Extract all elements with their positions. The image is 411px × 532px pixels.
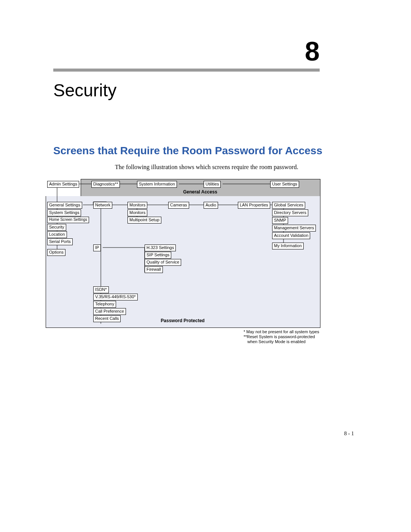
node-h323-settings: H.323 Settings [145, 244, 176, 251]
node-user-settings: User Settings [270, 181, 299, 188]
node-system-settings: System Settings [47, 209, 81, 216]
node-system-information: System Information [137, 181, 177, 188]
node-multipoint-setup: Multipoint Setup [127, 217, 161, 224]
node-network: Network [93, 202, 112, 209]
node-general-settings: General Settings [47, 202, 82, 209]
node-monitors-top: Monitors [127, 202, 147, 209]
node-ip: IP [93, 244, 101, 251]
node-firewall: Firewall [145, 266, 163, 273]
node-security: Security [47, 224, 66, 231]
node-serial-ports: Serial Ports [47, 238, 73, 245]
general-access-label: General Access [81, 189, 320, 195]
chapter-number: 8 [305, 36, 320, 67]
node-quality-of-service: Quality of Service [145, 259, 181, 266]
node-snmp: SNMP [272, 217, 288, 224]
screen-map-diagram: General Access Password Protected [46, 179, 320, 328]
node-cameras: Cameras [168, 202, 189, 209]
node-isdn: ISDN* [93, 286, 109, 293]
node-management-servers: Management Servers [272, 225, 316, 232]
footnotes: * May not be present for all system type… [244, 329, 365, 345]
node-my-information: My Information [272, 243, 304, 249]
horizontal-rule [53, 69, 320, 72]
footnote-a: * May not be present for all system type… [244, 329, 365, 334]
node-recent-calls: Recent Calls [93, 315, 121, 322]
intro-paragraph: The following illustration shows which s… [115, 164, 320, 171]
node-utilities: Utilities [204, 181, 221, 188]
node-location: Location [47, 231, 67, 238]
node-monitors: Monitors [127, 209, 147, 216]
node-v35: V.35/RS-449/RS-530* [93, 294, 138, 300]
node-telephony: Telephony [93, 301, 116, 308]
node-lan-properties: LAN Properties [238, 202, 270, 209]
node-options: Options [47, 249, 65, 256]
footnote-c: when Security Mode is enabled [244, 339, 365, 344]
node-home-screen-settings: Home Screen Settings [47, 217, 89, 223]
node-sip-settings: SIP Settings [145, 252, 171, 259]
page-number: 8 - 1 [344, 431, 354, 437]
node-call-preference: Call Preference [93, 308, 126, 315]
node-account-validation: Account Validation [272, 232, 310, 239]
node-audio: Audio [204, 202, 218, 209]
node-admin-settings: Admin Settings [47, 181, 79, 188]
node-directory-servers: Directory Servers [272, 209, 308, 216]
node-diagnostics: Diagnostics** [91, 181, 120, 188]
section-title: Screens that Require the Room Password f… [53, 145, 322, 157]
footnote-b: **Reset System is password-protected [244, 334, 365, 339]
node-global-services: Global Services [272, 202, 305, 209]
password-protected-label: Password Protected [46, 318, 320, 323]
chapter-title: Security [53, 80, 116, 101]
